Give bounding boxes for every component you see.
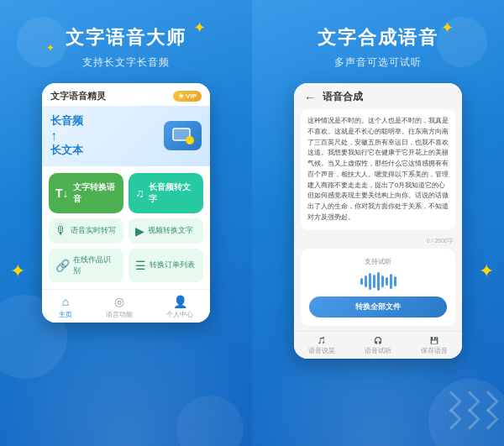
menu-label: 长音频转文字 [149, 181, 197, 205]
home-icon: ⌂ [62, 295, 69, 308]
music-icon: ♫ [135, 186, 144, 200]
r-nav-label: 保存语音 [421, 346, 448, 355]
nav-voice[interactable]: ◎ 语言功能 [106, 295, 133, 319]
wave-bar [365, 275, 367, 287]
music-note-icon: 🎵 [318, 337, 326, 344]
phone-header-title: 文字语音精灵 [50, 90, 106, 102]
banner-line1: 长音频 [50, 114, 83, 129]
audio-card: 支持试听 转换全部文件 [301, 249, 455, 326]
wave-bar [381, 275, 384, 287]
menu-item-video[interactable]: ▶ 视频转换文字 [129, 218, 203, 244]
wave-bar [390, 274, 392, 289]
wave-bar [360, 278, 363, 285]
wave-bar [386, 277, 388, 286]
deco-circle [17, 17, 67, 67]
mic-icon: 🎙 [55, 224, 67, 238]
bottom-nav-right: 🎵 语音说笑 🎧 语音试听 💾 保存语音 [294, 331, 462, 359]
phone-mockup-left: 文字语音精灵 ★ VIP 长音频 ↑ 长文本 ♪ T↓ 文字转换语音 [42, 83, 210, 323]
r-nav-label: 语音说笑 [308, 346, 335, 355]
wave-bar [369, 273, 371, 290]
menu-item-realtime[interactable]: 🎙 语音实时转写 [49, 218, 123, 244]
char-count: 0 / 2000字 [294, 237, 462, 249]
menu-item-online[interactable]: 🔗 在线作品识别 [49, 249, 123, 282]
left-title: 文字语音大师 [66, 25, 186, 50]
list-icon: ☰ [135, 259, 146, 272]
phone-right-title: 语音合成 [323, 90, 363, 104]
banner-line2: 长文本 [50, 144, 83, 158]
headphone-icon: 🎧 [374, 337, 382, 344]
deco-circle [176, 396, 244, 446]
voice-icon: ◎ [114, 295, 124, 308]
phone-right-header: ← 语音合成 [294, 83, 462, 109]
nav-home[interactable]: ⌂ 主页 [59, 295, 72, 319]
r-nav-listen[interactable]: 🎧 语音试听 [365, 337, 391, 355]
tts-icon: T↓ [55, 186, 69, 200]
sparkle-icon: ✦ [193, 18, 206, 37]
waveform [360, 271, 396, 291]
phone-header: 文字语音精灵 ★ VIP [42, 83, 210, 106]
bottom-nav-left: ⌂ 主页 ◎ 语言功能 👤 个人中心 [42, 289, 210, 323]
right-panel: ✦ 文字合成语音 多声音可选可试听 ← 语音合成 这种情况是不时的。这个人也是不… [252, 0, 504, 446]
menu-label: 视频转换文字 [148, 225, 193, 236]
left-panel: ✦ ✦ 文字语音大师 支持长文字长音频 文字语音精灵 ★ VIP 长音频 ↑ 长… [0, 0, 252, 446]
sparkle-icon: ✦ [46, 42, 55, 54]
diamond-sparkle-left: ✦ [10, 260, 25, 282]
banner-area: 长音频 ↑ 长文本 ♪ [42, 106, 210, 166]
left-subtitle: 支持长文字长音频 [82, 55, 170, 70]
convert-button[interactable]: 转换全部文件 [309, 296, 447, 317]
play-icon: ▶ [135, 224, 144, 238]
svg-text:♪: ♪ [187, 138, 191, 144]
menu-grid: T↓ 文字转换语音 ♫ 长音频转文字 🎙 语音实时转写 ▶ 视频转换文字 🔗 在… [42, 166, 210, 289]
nav-label: 语言功能 [106, 310, 133, 319]
wave-bar [394, 276, 396, 286]
vip-badge: ★ VIP [173, 91, 202, 102]
wave-bar [377, 272, 380, 291]
menu-label: 文字转换语音 [73, 181, 117, 205]
right-title: 文字合成语音 [318, 25, 438, 50]
link-icon: 🔗 [55, 259, 70, 272]
nav-profile[interactable]: 👤 个人中心 [166, 295, 193, 319]
banner-text: 长音频 ↑ 长文本 [50, 114, 83, 158]
r-nav-tts[interactable]: 🎵 语音说笑 [308, 337, 335, 355]
menu-label: 在线作品识别 [73, 254, 117, 276]
menu-label: 语音实时转写 [71, 225, 116, 236]
banner-icon: ♪ [164, 121, 202, 150]
phone-mockup-right: ← 语音合成 这种情况是不时的。这个人也是不时的，我真是不喜欢。这就是不长心的聪… [294, 83, 462, 359]
menu-label: 转换订单列表 [150, 260, 195, 270]
r-nav-save[interactable]: 💾 保存语音 [421, 337, 448, 355]
save-icon: 💾 [430, 337, 438, 344]
synthesis-text: 这种情况是不时的。这个人也是不时的，我真是不喜欢。这就是不长心的聪明举。往东南方… [307, 117, 449, 221]
wave-bar [373, 275, 375, 288]
sparkle-icon-r1: ✦ [441, 18, 454, 37]
menu-item-orders[interactable]: ☰ 转换订单列表 [129, 249, 203, 282]
profile-icon: 👤 [173, 295, 187, 308]
diamond-sparkle-right: ✦ [479, 260, 494, 282]
back-arrow-icon[interactable]: ← [304, 91, 316, 104]
menu-item-tts[interactable]: T↓ 文字转换语音 [49, 173, 123, 213]
nav-label: 主页 [59, 310, 72, 319]
right-subtitle: 多声音可选可试听 [334, 55, 422, 70]
audio-label: 支持试听 [365, 257, 391, 266]
bg-arrows [444, 394, 496, 429]
text-content-area[interactable]: 这种情况是不时的。这个人也是不时的，我真是不喜欢。这就是不长心的聪明举。往东南方… [301, 109, 455, 230]
menu-item-asr[interactable]: ♫ 长音频转文字 [129, 173, 203, 213]
r-nav-label: 语音试听 [365, 346, 391, 355]
banner-arrow: ↑ [50, 129, 83, 144]
nav-label: 个人中心 [166, 310, 193, 319]
